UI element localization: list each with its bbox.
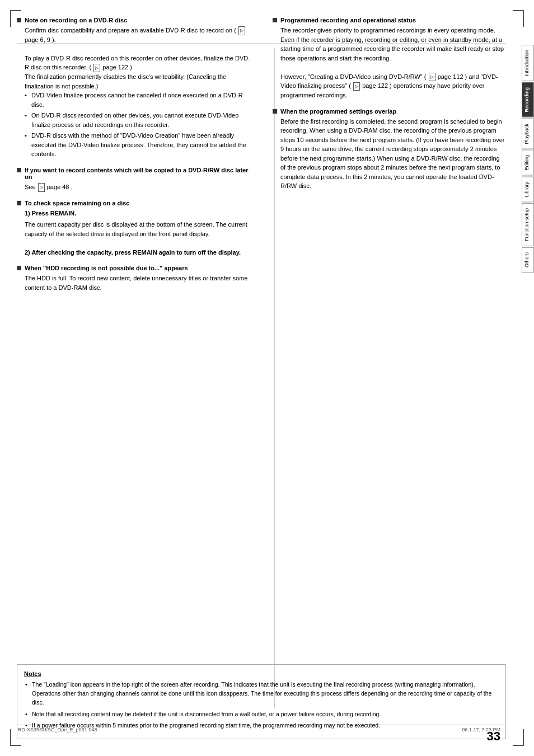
sidebar-tab-editing[interactable]: Editing	[522, 150, 534, 176]
section-settings-overlap: When the programmed settings overlap Bef…	[273, 108, 506, 191]
section-programmed-recording: Programmed recording and operational sta…	[273, 17, 506, 100]
footer-left-text: RD-XS35SU/SC_Ope_E_p031-048	[18, 727, 97, 732]
page-ref-icon-5	[353, 82, 360, 91]
section-hdd-title: When "HDD recording is not possible due …	[17, 265, 250, 271]
list-item: DVD-R discs with the method of "DVD-Vide…	[25, 131, 250, 159]
section-space-body: 1) Press REMAIN. The current capacity pe…	[25, 209, 250, 257]
section-copy-body: See page 48 .	[25, 182, 250, 192]
sidebar-tab-playback[interactable]: Playback	[522, 119, 534, 149]
section-hdd-body: The HDD is full. To record new content, …	[25, 274, 250, 292]
right-column: Programmed recording and operational sta…	[267, 17, 506, 678]
page-ref-icon	[238, 26, 245, 35]
section-dvdr-note-title: Note on recording on a DVD-R disc	[17, 17, 250, 24]
list-item: On DVD-R discs recorded on other devices…	[25, 111, 250, 129]
section-overlap-body: Before the first recording is completed,…	[280, 117, 506, 191]
list-item: DVD-Video finalize process cannot be can…	[25, 91, 250, 109]
bullet-icon	[17, 18, 21, 22]
page-ref-icon-4	[429, 73, 435, 82]
list-item: Note that all recording content may be d…	[24, 710, 499, 719]
sidebar-tab-library[interactable]: Library	[522, 177, 534, 203]
corner-mark-tr	[513, 10, 524, 27]
section-dvdr-note-body: Confirm disc compatibility and prepare a…	[25, 26, 250, 159]
dvdr-note-bullets: DVD-Video finalize process cannot be can…	[25, 91, 250, 159]
bullet-icon	[273, 109, 277, 114]
page-ref-icon-2	[93, 64, 100, 73]
section-hdd-full: When "HDD recording is not possible due …	[17, 265, 250, 292]
bullet-icon	[273, 18, 277, 22]
page-ref-icon-3	[38, 183, 45, 192]
bullet-icon	[17, 201, 21, 205]
section-copy-contents: If you want to record contents which wil…	[17, 167, 250, 192]
section-check-space: To check space remaining on a disc 1) Pr…	[17, 200, 250, 257]
section-copy-title: If you want to record contents which wil…	[17, 167, 250, 180]
section-space-title: To check space remaining on a disc	[17, 200, 250, 206]
corner-mark-br	[513, 729, 524, 746]
footer-right-text: 06.1.17, 7:23 PM	[462, 727, 500, 732]
sidebar-tab-function-setup[interactable]: Function setup	[522, 203, 534, 246]
section-overlap-title: When the programmed settings overlap	[273, 108, 506, 115]
list-item: The "Loading" icon appears in the top ri…	[24, 680, 499, 707]
sidebar-tab-introduction[interactable]: Introduction	[522, 45, 534, 81]
sidebar-tabs: Introduction Recording Playback Editing …	[522, 45, 534, 273]
sidebar-tab-recording[interactable]: Recording	[522, 82, 534, 118]
bullet-icon	[17, 168, 21, 172]
section-prog-title: Programmed recording and operational sta…	[273, 17, 506, 24]
section-dvdr-note: Note on recording on a DVD-R disc Confir…	[17, 17, 250, 159]
section-prog-body: The recorder gives priority to programme…	[280, 26, 506, 100]
bullet-icon	[17, 266, 21, 270]
left-column: Note on recording on a DVD-R disc Confir…	[17, 17, 256, 678]
notes-title: Notes	[24, 670, 499, 677]
main-content: Note on recording on a DVD-R disc Confir…	[17, 17, 506, 678]
notes-list: The "Loading" icon appears in the top ri…	[24, 680, 499, 730]
sidebar-tab-others[interactable]: Others	[522, 247, 534, 273]
